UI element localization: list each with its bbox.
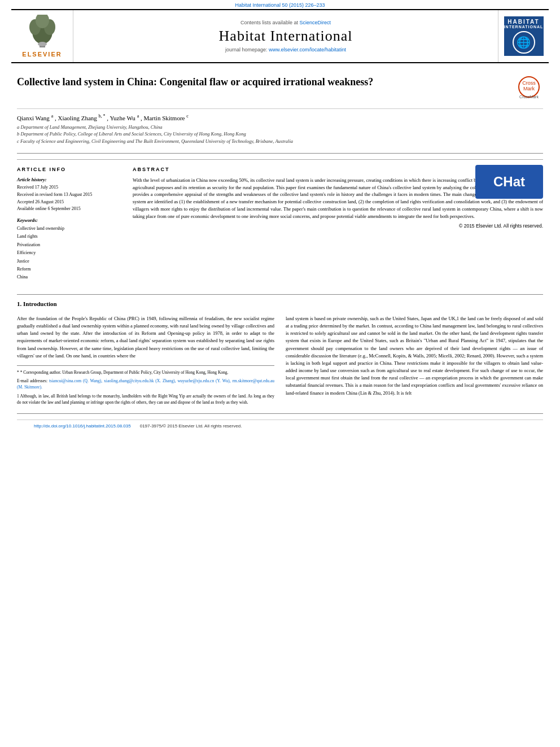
keyword-1: Collective land ownership: [17, 225, 121, 233]
intro-right-col: land system is based on private ownershi…: [286, 315, 543, 408]
svg-text:Mark: Mark: [523, 86, 535, 91]
paper-title-section: Collective land system in China: Congeni…: [17, 69, 543, 109]
svg-text:CrossMark: CrossMark: [519, 95, 539, 99]
article-info-title: ARTICLE INFO: [17, 167, 121, 172]
habitat-logo: HABITAT INTERNATIONAL 🌐: [498, 10, 549, 62]
article-info-abstract-section: ARTICLE INFO Article history: Received 1…: [17, 159, 543, 289]
svg-text:Cross: Cross: [522, 80, 536, 86]
article-info-col: ARTICLE INFO Article history: Received 1…: [17, 167, 121, 282]
habitat-word: HABITAT: [508, 19, 539, 25]
author4: Martin Skitmore: [143, 115, 185, 121]
affil-sup-c: c: [186, 113, 189, 119]
bottom-bar: http://dx.doi.org/10.1016/j.habitatint.2…: [17, 420, 543, 432]
article-history-items: Received 17 July 2015 Received in revise…: [17, 184, 121, 213]
keyword-2: Land rights: [17, 233, 121, 241]
intro-left-col: After the foundation of the People's Rep…: [17, 315, 274, 408]
body-divider: [17, 294, 543, 295]
keyword-5: Justice: [17, 257, 121, 265]
keyword-3: Privatization: [17, 241, 121, 249]
homepage-url[interactable]: www.elsevier.com/locate/habitatint: [269, 47, 346, 53]
received-date: Received 17 July 2015: [17, 184, 121, 191]
intro-two-col: After the foundation of the People's Rep…: [17, 311, 543, 408]
affil-a: a Department of Land Management, Zhejian…: [17, 124, 543, 131]
journal-volume-info: Habitat International 50 (2015) 226–233: [0, 0, 560, 9]
keyword-6: Reform: [17, 265, 121, 273]
footnotes-area: * * Corresponding author. Urban Research…: [17, 365, 274, 405]
crossmark-badge: Cross Mark CrossMark: [515, 76, 543, 104]
international-word: INTERNATIONAL: [504, 25, 544, 29]
article-history-title: Article history:: [17, 177, 121, 182]
journal-center: Contents lists available at ScienceDirec…: [73, 10, 498, 62]
journal-title: Habitat International: [219, 28, 353, 45]
doi-link[interactable]: http://dx.doi.org/10.1016/j.habitatint.2…: [34, 423, 131, 429]
bottom-divider: [17, 413, 543, 414]
footnote1-text: 1 Although, in law, all British land bel…: [17, 394, 274, 405]
authors-section: Qianxi Wang a , Xiaoling Zhang b, * , Yu…: [17, 109, 543, 147]
affil-c: c Faculty of Science and Engineering, Ci…: [17, 138, 543, 145]
elsevier-text-label: ELSEVIER: [22, 51, 62, 58]
habitat-globe-icon: 🌐: [513, 31, 535, 54]
received-revised-date: Received in revised form 13 August 2015: [17, 191, 121, 199]
author1: Qianxi Wang: [17, 115, 50, 121]
affil-sup-b: b, *: [99, 113, 106, 119]
available-date: Available online 6 September 2015: [17, 206, 121, 213]
affiliations: a Department of Land Management, Zhejian…: [17, 121, 543, 145]
sciencedirect-link[interactable]: ScienceDirect: [300, 20, 331, 25]
paper-title: Collective land system in China: Congeni…: [17, 76, 515, 89]
author2: Xiaoling Zhang: [58, 115, 97, 121]
intro-right-text: land system is based on private ownershi…: [286, 315, 543, 397]
keywords-list: Collective land ownership Land rights Pr…: [17, 225, 121, 282]
elsevier-logo: ELSEVIER: [11, 10, 73, 62]
keyword-4: Efficiency: [17, 249, 121, 257]
sciencedirect-line: Contents lists available at ScienceDirec…: [240, 20, 331, 25]
email-footnote: E-mail addresses: tsiancui@sina.com (Q. …: [17, 378, 274, 391]
issn-text: 0197-3975/© 2015 Elsevier Ltd. All right…: [140, 423, 242, 429]
email-label: E-mail addresses:: [17, 378, 47, 383]
intro-left-text: After the foundation of the People's Rep…: [17, 315, 274, 360]
keywords-title: Keywords:: [17, 217, 121, 223]
star-footnote-text: * Corresponding author. Urban Research G…: [20, 370, 229, 375]
email-values: tsiancui@sina.com (Q. Wang), xiaoling.zh…: [17, 378, 274, 390]
star-footnote: * * Corresponding author. Urban Research…: [17, 369, 274, 375]
section-divider: [17, 153, 543, 154]
footnote-1: 1 Although, in law, all British land bel…: [17, 393, 274, 406]
copyright-line: © 2015 Elsevier Ltd. All rights reserved…: [133, 220, 543, 229]
homepage-line: journal homepage: www.elsevier.com/locat…: [225, 47, 346, 53]
chat-button[interactable]: CHat: [475, 165, 543, 199]
keyword-7: China: [17, 273, 121, 281]
affil-b: b Department of Public Policy, College o…: [17, 130, 543, 138]
introduction-section: 1. Introduction After the foundation of …: [17, 300, 543, 408]
accepted-date: Accepted 26 August 2015: [17, 199, 121, 206]
authors-line: Qianxi Wang a , Xiaoling Zhang b, * , Yu…: [17, 113, 543, 121]
intro-heading: 1. Introduction: [17, 300, 543, 307]
habitat-logo-box: HABITAT INTERNATIONAL 🌐: [504, 16, 544, 56]
paper-body: Collective land system in China: Congeni…: [0, 63, 560, 438]
affil-sup-a1: a: [51, 113, 54, 119]
journal-header: ELSEVIER Contents lists available at Sci…: [11, 9, 549, 63]
author3: Yuzhe Wu: [110, 115, 135, 121]
affil-sup-a2: a: [137, 113, 139, 119]
svg-point-5: [38, 42, 47, 46]
elsevier-tree-icon: [23, 15, 62, 49]
